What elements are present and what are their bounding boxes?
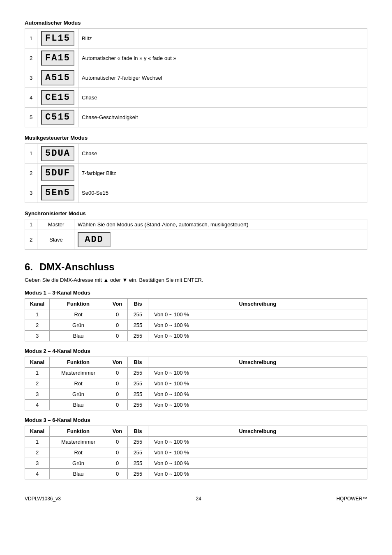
- row-desc: Se00-Se15: [78, 183, 367, 203]
- row-desc: Blitz: [78, 29, 367, 48]
- table-row: 3Grün0255Von 0 ~ 100 %: [25, 458, 367, 469]
- mode1-table: KanalFunktionVonBisUmschreibung 1Rot0255…: [25, 298, 367, 341]
- cell-funktion: Grün: [50, 320, 107, 331]
- footer-right: HQPOWER™: [337, 496, 367, 502]
- row-num: 3: [25, 68, 37, 88]
- mode3-table: KanalFunktionVonBisUmschreibung 1Masterd…: [25, 426, 367, 479]
- chapter-title: DMX-Anschluss: [39, 261, 115, 272]
- row-lcd: 5DUF: [37, 164, 78, 183]
- table-row: 1 5DUA Chase: [25, 144, 367, 164]
- column-header: Bis: [128, 426, 148, 437]
- chapter-num: 6.: [25, 261, 33, 272]
- cell-umschreibung: Von 0 ~ 100 %: [148, 389, 367, 400]
- column-header: Bis: [128, 357, 148, 368]
- row-desc: 7-farbiger Blitz: [78, 164, 367, 183]
- cell-kanal: 1: [25, 437, 50, 447]
- music-mode-table: 1 5DUA Chase 2 5DUF 7-farbiger Blitz 3 5…: [25, 143, 367, 203]
- cell-funktion: Rot: [50, 447, 107, 458]
- cell-kanal: 1: [25, 368, 50, 378]
- table-row: 3 A515 Automatischer 7-farbiger Wechsel: [25, 68, 367, 88]
- row-lcd: 5DUA: [37, 144, 78, 164]
- cell-funktion: Masterdimmer: [50, 368, 107, 378]
- cell-von: 0: [107, 400, 128, 410]
- footer-left: VDPLW1036_v3: [25, 496, 61, 502]
- cell-von: 0: [107, 437, 128, 447]
- chapter-heading: 6.DMX-Anschluss: [25, 261, 367, 273]
- cell-von: 0: [107, 378, 128, 389]
- table-row: 2 5DUF 7-farbiger Blitz: [25, 164, 367, 183]
- cell-umschreibung: Von 0 ~ 100 %: [148, 368, 367, 378]
- music-mode-section: Musikgesteuerter Modus 1 5DUA Chase 2 5D…: [25, 135, 367, 203]
- cell-bis: 255: [128, 437, 148, 447]
- mode3-section: Modus 3 – 6-Kanal Modus KanalFunktionVon…: [25, 417, 367, 479]
- cell-bis: 255: [128, 447, 148, 458]
- row-desc: Chase: [78, 88, 367, 108]
- table-row: 2 FA15 Automatischer « fade in » y « fad…: [25, 48, 367, 68]
- cell-funktion: Rot: [50, 309, 107, 320]
- row-desc: Automatischer « fade in » y « fade out »: [78, 48, 367, 68]
- table-row: 1Rot0255Von 0 ~ 100 %: [25, 309, 367, 320]
- row-lcd: FL15: [37, 29, 78, 48]
- table-row: 5 C515 Chase-Geschwindigkeit: [25, 108, 367, 127]
- row-lcd: ADD: [74, 230, 367, 250]
- column-header: Funktion: [50, 426, 107, 437]
- cell-kanal: 2: [25, 320, 50, 331]
- cell-kanal: 3: [25, 331, 50, 341]
- auto-mode-table: 1 FL15 Blitz 2 FA15 Automatischer « fade…: [25, 28, 367, 127]
- table-row: 1 Master Wählen Sie den Modus aus (Stand…: [25, 219, 367, 230]
- column-header: Umschreibung: [148, 357, 367, 368]
- sync-mode-section: Synchronisierter Modus 1 Master Wählen S…: [25, 210, 367, 250]
- mode1-heading: Modus 1 – 3-Kanal Modus: [25, 290, 367, 296]
- cell-umschreibung: Von 0 ~ 100 %: [148, 458, 367, 469]
- cell-umschreibung: Von 0 ~ 100 %: [148, 309, 367, 320]
- cell-kanal: 4: [25, 469, 50, 479]
- cell-umschreibung: Von 0 ~ 100 %: [148, 400, 367, 410]
- footer: VDPLW1036_v3 24 HQPOWER™: [25, 496, 367, 502]
- music-mode-heading: Musikgesteuerter Modus: [25, 135, 367, 141]
- table-row: 2Rot0255Von 0 ~ 100 %: [25, 447, 367, 458]
- cell-kanal: 1: [25, 309, 50, 320]
- cell-kanal: 3: [25, 389, 50, 400]
- row-num: 3: [25, 183, 37, 203]
- table-row: 4 CE15 Chase: [25, 88, 367, 108]
- cell-funktion: Grün: [50, 389, 107, 400]
- row-lcd: C515: [37, 108, 78, 127]
- auto-mode-section: Automatischer Modus 1 FL15 Blitz 2 FA15 …: [25, 20, 367, 127]
- column-header: Funktion: [50, 357, 107, 368]
- column-header: Umschreibung: [148, 299, 367, 309]
- cell-funktion: Rot: [50, 378, 107, 389]
- cell-von: 0: [107, 320, 128, 331]
- column-header: Von: [107, 426, 128, 437]
- cell-umschreibung: Von 0 ~ 100 %: [148, 320, 367, 331]
- cell-bis: 255: [128, 320, 148, 331]
- table-row: 2 Slave ADD: [25, 230, 367, 250]
- auto-mode-heading: Automatischer Modus: [25, 20, 367, 26]
- row-num: 5: [25, 108, 37, 127]
- row-desc: Chase-Geschwindigkeit: [78, 108, 367, 127]
- cell-bis: 255: [128, 389, 148, 400]
- mode1-section: Modus 1 – 3-Kanal Modus KanalFunktionVon…: [25, 290, 367, 341]
- row-lcd: 5En5: [37, 183, 78, 203]
- row-label: Slave: [37, 230, 74, 250]
- cell-funktion: Masterdimmer: [50, 437, 107, 447]
- cell-von: 0: [107, 368, 128, 378]
- cell-bis: 255: [128, 469, 148, 479]
- cell-kanal: 2: [25, 378, 50, 389]
- table-row: 1Masterdimmer0255Von 0 ~ 100 %: [25, 437, 367, 447]
- cell-funktion: Blau: [50, 400, 107, 410]
- chapter-6-section: 6.DMX-Anschluss Geben Sie die DMX-Adress…: [25, 261, 367, 283]
- column-header: Funktion: [50, 299, 107, 309]
- cell-kanal: 3: [25, 458, 50, 469]
- row-num: 1: [25, 219, 37, 230]
- cell-von: 0: [107, 469, 128, 479]
- row-num: 2: [25, 164, 37, 183]
- row-num: 2: [25, 230, 37, 250]
- row-lcd: FA15: [37, 48, 78, 68]
- sync-mode-heading: Synchronisierter Modus: [25, 210, 367, 216]
- column-header: Von: [107, 299, 128, 309]
- cell-bis: 255: [128, 400, 148, 410]
- dmx-description: Geben Sie die DMX-Adresse mit ▲ oder ▼ e…: [25, 277, 367, 283]
- mode2-heading: Modus 2 – 4-Kanal Modus: [25, 348, 367, 354]
- cell-bis: 255: [128, 378, 148, 389]
- column-header: Kanal: [25, 299, 50, 309]
